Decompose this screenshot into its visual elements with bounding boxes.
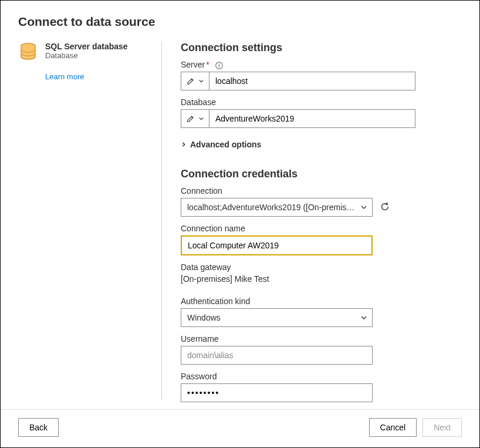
svg-point-2 xyxy=(218,63,219,65)
page-title: Connect to data source xyxy=(18,15,462,29)
chevron-down-icon xyxy=(198,78,204,84)
auth-kind-value: Windows xyxy=(187,313,221,322)
next-button[interactable]: Next xyxy=(422,418,462,437)
server-label: Server* xyxy=(181,60,462,69)
advanced-options-toggle[interactable]: Advanced options xyxy=(181,140,462,149)
auth-kind-select[interactable]: Windows xyxy=(181,308,373,327)
gateway-label: Data gateway xyxy=(181,262,462,272)
info-icon[interactable] xyxy=(215,62,223,69)
password-input[interactable] xyxy=(181,383,373,402)
connection-name-label: Connection name xyxy=(181,224,462,233)
refresh-button[interactable] xyxy=(380,201,390,214)
connection-select[interactable]: localhost;AdventureWorks2019 ([On-premis… xyxy=(181,198,373,217)
gateway-value: [On-premises] Mike Test xyxy=(181,274,462,284)
username-label: Username xyxy=(181,334,462,343)
connection-name-input[interactable] xyxy=(181,235,373,255)
cancel-button[interactable]: Cancel xyxy=(369,418,417,437)
advanced-options-label: Advanced options xyxy=(190,140,261,149)
username-input[interactable] xyxy=(181,346,373,365)
password-label: Password xyxy=(181,372,462,381)
database-icon xyxy=(18,42,38,62)
pencil-icon xyxy=(187,114,195,123)
back-button[interactable]: Back xyxy=(18,418,59,437)
learn-more-link[interactable]: Learn more xyxy=(45,72,84,81)
source-subtitle: Database xyxy=(45,51,128,60)
connection-credentials-heading: Connection credentials xyxy=(181,168,462,180)
connection-select-value: localhost;AdventureWorks2019 ([On-premis… xyxy=(187,203,354,212)
connection-label: Connection xyxy=(181,186,462,196)
chevron-down-icon xyxy=(360,314,367,321)
database-input[interactable] xyxy=(209,109,415,128)
server-label-text: Server xyxy=(181,60,205,69)
chevron-right-icon xyxy=(181,140,187,149)
source-name: SQL Server database xyxy=(45,42,128,51)
connection-settings-heading: Connection settings xyxy=(181,42,462,54)
source-panel: SQL Server database Database Learn more xyxy=(18,42,161,402)
database-label: Database xyxy=(181,97,462,107)
server-edit-mode-button[interactable] xyxy=(181,72,209,90)
svg-rect-3 xyxy=(218,65,219,67)
pencil-icon xyxy=(187,77,195,85)
auth-kind-label: Authentication kind xyxy=(181,297,462,306)
dialog-footer: Back Cancel Next xyxy=(1,409,479,447)
database-edit-mode-button[interactable] xyxy=(181,109,209,128)
chevron-down-icon xyxy=(360,204,367,211)
server-input[interactable] xyxy=(209,72,415,90)
chevron-down-icon xyxy=(198,116,204,122)
required-star: * xyxy=(206,60,209,69)
